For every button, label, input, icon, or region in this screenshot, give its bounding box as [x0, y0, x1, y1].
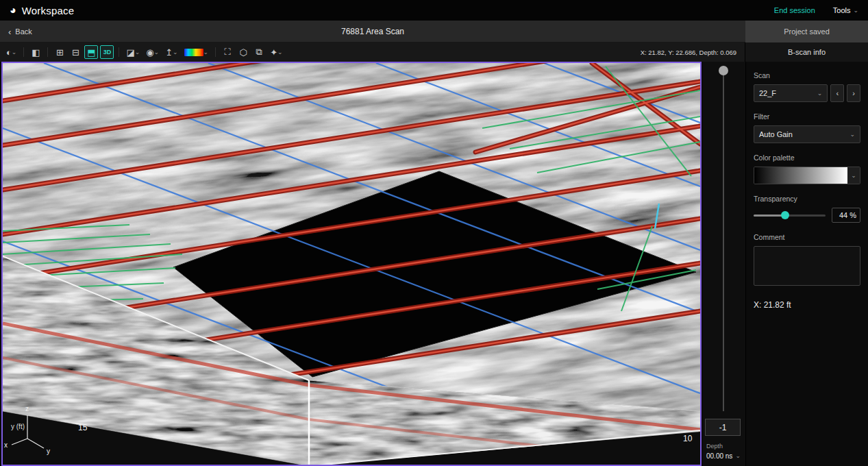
toolbar-separator [119, 47, 119, 57]
tick-label-right: 10 [683, 434, 693, 443]
top-bar: ◕ Workspace End session Tools ⌄ [0, 0, 868, 21]
comment-input[interactable] [754, 246, 860, 286]
chevron-down-icon: ⌄ [277, 49, 283, 56]
tools-menu[interactable]: Tools ⌄ [833, 6, 858, 14]
cube-icon[interactable]: ⬡ [236, 45, 250, 59]
three-d-view-icon[interactable]: 3D [100, 45, 114, 59]
viewer-toolbar: ◐⌄ ◧ ⊞ ⊟ ⬒ 3D ◪⌄ ◉⌄ ↥⌄ ⌄ ⛶ ⬡ ⧉ ✦⌄ [0, 42, 868, 62]
snapshot-icon[interactable]: ◪⌄ [124, 45, 142, 59]
scan-select[interactable]: 22_F ⌄ [754, 84, 828, 102]
grayscale-gradient-swatch [754, 167, 847, 184]
next-scan-button[interactable]: › [847, 84, 860, 102]
color-palette-select[interactable]: ⌄ [754, 167, 860, 184]
chevron-down-icon: ⌄ [850, 132, 855, 138]
axis-unit-label: y (ft) [11, 423, 25, 430]
depth-slider-handle[interactable] [719, 66, 728, 75]
chevron-down-icon: ⌄ [735, 453, 741, 459]
transparency-slider[interactable] [754, 210, 826, 220]
toolbar-separator [215, 47, 216, 57]
app-title: Workspace [22, 5, 75, 16]
toolbar-separator [47, 47, 48, 57]
comment-label: Comment [754, 233, 860, 241]
filter-select-value: Auto Gain [759, 130, 793, 138]
color-palette-label: Color palette [754, 154, 860, 162]
axis-x-label: x [4, 441, 8, 449]
chevron-down-icon: ⌄ [203, 49, 209, 56]
single-pane-icon[interactable]: ⬒ [84, 45, 98, 59]
filter-label: Filter [754, 112, 860, 121]
scan-3d-viewport[interactable]: z y x y (ft) 15 10 [1, 62, 702, 466]
toolbar-separator [23, 47, 24, 57]
depth-time-value: 00.00 ns [706, 452, 732, 460]
workspace-app: ◕ Workspace End session Tools ⌄ ‹ Back 7… [0, 0, 868, 466]
end-session-link[interactable]: End session [774, 6, 815, 14]
project-saved-status: Project saved [745, 21, 868, 42]
filter-select[interactable]: Auto Gain ⌄ [754, 125, 860, 143]
interpolation-icon[interactable]: ✦⌄ [268, 45, 284, 59]
depth-label: Depth [706, 443, 723, 450]
section-box-icon[interactable]: ⧉ [252, 45, 266, 59]
scan-label: Scan [754, 71, 860, 79]
transparency-value[interactable]: 44 % [832, 208, 860, 223]
chevron-down-icon: ⌄ [817, 90, 823, 97]
depth-slider-track[interactable] [723, 71, 724, 411]
export-icon[interactable]: ↥⌄ [163, 45, 179, 59]
axis-y-label: y [47, 447, 50, 455]
rainbow-gradient-chip [184, 49, 203, 56]
scan-3d-scene[interactable]: z y x y (ft) 15 10 [3, 63, 700, 465]
workspace-logo-icon: ◕ [10, 5, 16, 16]
tools-label: Tools [833, 6, 851, 14]
axis-z-label: z [25, 405, 29, 413]
chevron-down-icon: ⌄ [12, 49, 17, 56]
page-title: 76881 Area Scan [0, 21, 745, 42]
chevron-down-icon: ⌄ [853, 8, 858, 14]
tick-label-left: 15 [78, 423, 88, 432]
chevron-down-icon: ⌄ [135, 49, 140, 56]
layout-rows-icon[interactable]: ⊟ [69, 45, 82, 59]
title-bar: ‹ Back 76881 Area Scan Project saved [0, 21, 868, 42]
previous-scan-button[interactable]: ‹ [830, 84, 844, 102]
color-palette-icon[interactable]: ⌄ [182, 45, 211, 59]
scan-select-value: 22_F [759, 89, 776, 97]
chevron-down-icon: ⌄ [154, 49, 160, 56]
bscan-info-panel: Scan 22_F ⌄ ‹ › Filter Auto Gain ⌄ Color… [745, 62, 868, 466]
depth-time-select[interactable]: 00.00 ns ⌄ [706, 452, 741, 460]
transparency-handle[interactable] [781, 211, 789, 219]
fullscreen-icon[interactable]: ⛶ [221, 45, 234, 59]
layout-columns-icon[interactable]: ⊞ [53, 45, 66, 59]
chevron-down-icon: ⌄ [173, 49, 178, 56]
bscan-info-header: B-scan info [745, 42, 868, 62]
visibility-icon[interactable]: ◉⌄ [144, 45, 161, 59]
x-position-readout: X: 21.82 ft [754, 300, 860, 310]
transparency-label: Transparency [754, 195, 860, 203]
chevron-down-icon: ⌄ [851, 173, 856, 179]
view-options-icon[interactable]: ◐⌄ [4, 45, 18, 59]
depth-offset-input[interactable]: -1 [705, 419, 741, 436]
depth-slider-strip: -1 Depth 00.00 ns ⌄ [703, 62, 745, 466]
split-view-icon[interactable]: ◧ [29, 45, 42, 59]
cursor-coordinates-readout: X: 21.82, Y: 22.686, Depth: 0.069 [641, 42, 736, 62]
